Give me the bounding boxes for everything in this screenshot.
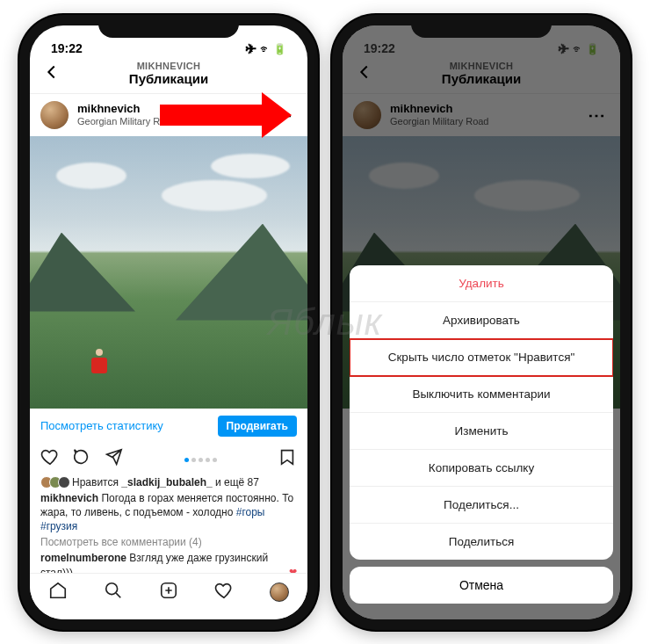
home-icon[interactable]: [48, 581, 68, 604]
person-in-photo: [91, 352, 107, 373]
bottom-nav: [30, 573, 307, 619]
activity-icon[interactable]: [214, 581, 234, 604]
nav-subtitle: MIKHNEVICH: [30, 61, 307, 71]
share-icon[interactable]: [104, 447, 123, 470]
action-sheet: Удалить Архивировать Скрыть число отмето…: [343, 265, 620, 619]
sheet-copy-link[interactable]: Копировать ссылку: [350, 450, 613, 487]
action-bar: [30, 444, 307, 472]
notch: [411, 15, 552, 38]
search-icon[interactable]: [104, 581, 123, 604]
svg-point-0: [106, 582, 118, 594]
view-insights-link[interactable]: Посмотреть статистику: [40, 419, 163, 432]
caption-text: mikhnevich Погода в горах меняется посто…: [40, 491, 297, 534]
status-time: 19:22: [51, 41, 83, 55]
status-icons: ✈ ᯤ 🔋: [246, 43, 286, 55]
profile-icon[interactable]: [270, 582, 289, 602]
notch: [98, 15, 239, 38]
annotation-arrow: [160, 105, 265, 126]
promote-button[interactable]: Продвигать: [218, 416, 297, 437]
post-photo[interactable]: [30, 136, 307, 409]
avatar[interactable]: [40, 101, 69, 129]
likes-row[interactable]: Нравится _sladkij_bubaleh_ и ещё 87: [40, 475, 297, 489]
sheet-archive[interactable]: Архивировать: [350, 302, 613, 339]
phone-left: 19:22 ✈ ᯤ 🔋 MIKHNEVICH Публикации mikhne…: [19, 15, 318, 630]
new-post-icon[interactable]: [159, 581, 178, 604]
stats-row: Посмотреть статистику Продвигать: [30, 409, 307, 444]
sheet-disable-comments[interactable]: Выключить комментарии: [350, 376, 613, 413]
sheet-hide-likes[interactable]: Скрыть число отметок "Нравится": [350, 339, 613, 376]
sheet-cancel[interactable]: Отмена: [350, 567, 613, 604]
carousel-dots: [184, 451, 217, 470]
save-icon[interactable]: [278, 447, 297, 470]
sheet-delete[interactable]: Удалить: [350, 265, 613, 302]
screen-right: 19:22 ✈ ᯤ 🔋 MIKHNEVICH Публикации mikhne…: [343, 25, 620, 619]
sheet-share[interactable]: Поделиться: [350, 524, 613, 560]
comment-icon[interactable]: [72, 447, 91, 470]
sheet-share-to[interactable]: Поделиться...: [350, 487, 613, 524]
view-comments-link[interactable]: Посмотреть все комментарии (4): [40, 535, 297, 549]
nav-title: Публикации: [30, 71, 307, 86]
like-icon[interactable]: [40, 447, 60, 470]
sheet-edit[interactable]: Изменить: [350, 413, 613, 450]
phone-right: 19:22 ✈ ᯤ 🔋 MIKHNEVICH Публикации mikhne…: [332, 15, 631, 630]
action-sheet-box: Удалить Архивировать Скрыть число отмето…: [350, 265, 613, 560]
nav-header: MIKHNEVICH Публикации: [30, 57, 307, 94]
back-button[interactable]: [42, 62, 61, 87]
